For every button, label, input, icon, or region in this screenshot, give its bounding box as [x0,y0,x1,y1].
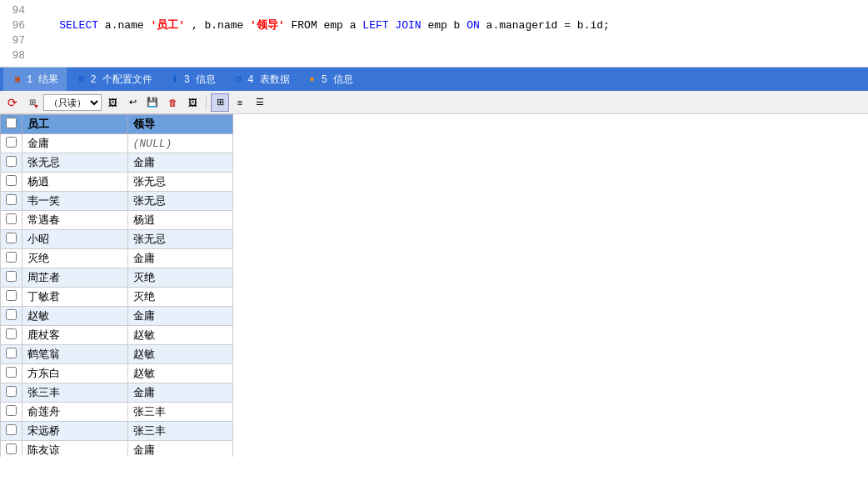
table-row[interactable]: 陈友谅金庸 [1,441,233,458]
delete-button[interactable]: 🗑 [163,93,182,112]
row-checkbox[interactable] [6,252,17,263]
employee-cell: 灭绝 [22,249,128,268]
tab-results-label: 1 结果 [27,73,58,87]
row-checkbox-cell [1,307,22,326]
row-checkbox-cell [1,153,22,173]
row-checkbox[interactable] [6,328,17,339]
detail-view-button[interactable]: ☰ [251,93,269,112]
table-row[interactable]: 小昭张无忌 [1,230,233,249]
code-line-97: 97 [0,33,868,48]
tab-info1-label: 3 信息 [184,73,216,87]
leader-cell: 赵敏 [127,345,233,364]
row-checkbox-cell [1,288,22,307]
code-line-94: 94 [0,3,868,18]
orange-icon: ● [307,73,318,85]
row-checkbox-cell [1,211,22,230]
row-checkbox-cell [1,134,22,153]
data-icon: ⊟ [232,73,244,85]
row-checkbox-cell [1,345,22,364]
mode-select[interactable]: （只读） [43,94,102,111]
table-row[interactable]: 金庸(NULL) [1,134,233,153]
row-checkbox[interactable] [6,405,17,416]
employee-cell: 金庸 [22,134,128,153]
row-checkbox[interactable] [6,271,17,282]
employee-cell: 宋远桥 [22,422,128,441]
table-row[interactable]: 赵敏金庸 [1,307,233,326]
employee-cell: 杨逍 [22,173,128,192]
row-checkbox-cell [1,422,22,441]
table-row[interactable]: 鹿杖客赵敏 [1,326,233,345]
grid-icon: ▦ [12,73,23,85]
table-row[interactable]: 韦一笑张无忌 [1,192,233,211]
row-checkbox-cell [1,249,22,268]
row-checkbox-cell [1,383,22,403]
leader-cell: 张无忌 [127,192,233,211]
tab-info2-label: 5 信息 [322,73,353,87]
employee-cell: 张无忌 [22,153,128,173]
table-row[interactable]: 灭绝金庸 [1,249,233,268]
tabs-bar: ▦ 1 结果 ⊞ 2 个配置文件 ℹ 3 信息 ⊟ 4 表数据 ● 5 信息 [0,68,868,91]
row-checkbox[interactable] [6,424,17,435]
row-checkbox[interactable] [6,194,17,205]
table-row[interactable]: 鹤笔翁赵敏 [1,345,233,364]
tab-tabledata-label: 4 表数据 [247,73,289,87]
btn1[interactable]: 🖼 [103,93,122,112]
row-checkbox-cell [1,173,22,192]
header-checkbox-col [1,115,22,134]
refresh-button[interactable]: ⟳ [3,93,22,112]
row-checkbox[interactable] [6,367,17,378]
leader-cell: 金庸 [127,307,233,326]
leader-cell: 灭绝 [127,268,233,288]
table-row[interactable]: 周芷者灭绝 [1,268,233,288]
row-checkbox[interactable] [6,443,17,454]
row-checkbox[interactable] [6,309,17,320]
leader-cell: 金庸 [127,441,233,458]
info-icon: ℹ [169,73,181,85]
line-number: 97 [0,33,33,48]
tab-tabledata[interactable]: ⊟ 4 表数据 [224,68,297,91]
select-all-checkbox[interactable] [6,118,17,128]
row-checkbox[interactable] [6,233,17,243]
leader-cell: 金庸 [127,383,233,403]
table-row[interactable]: 俞莲舟张三丰 [1,403,233,422]
row-checkbox[interactable] [6,213,17,224]
results-table: 员工 领导 金庸(NULL)张无忌金庸杨逍张无忌韦一笑张无忌常遇春杨逍小昭张无忌… [0,114,233,457]
table-row[interactable]: 张无忌金庸 [1,153,233,173]
row-checkbox[interactable] [6,175,17,186]
leader-cell: 金庸 [127,249,233,268]
table-row[interactable]: 宋远桥张三丰 [1,422,233,441]
table-container[interactable]: 员工 领导 金庸(NULL)张无忌金庸杨逍张无忌韦一笑张无忌常遇春杨逍小昭张无忌… [0,114,868,457]
select-all-button[interactable]: ⊞ ▼ [23,93,42,112]
employee-cell: 赵敏 [22,307,128,326]
tab-info2[interactable]: ● 5 信息 [298,68,362,91]
tab-profiles[interactable]: ⊞ 2 个配置文件 [67,68,160,91]
table-row[interactable]: 张三丰金庸 [1,383,233,403]
row-checkbox[interactable] [6,137,17,148]
employee-cell: 丁敏君 [22,288,128,307]
table-row[interactable]: 丁敏君灭绝 [1,288,233,307]
btn5[interactable]: 🖼 [183,93,202,112]
list-view-button[interactable]: ≡ [231,93,249,112]
row-checkbox-cell [1,268,22,288]
leader-cell: 赵敏 [127,364,233,383]
employee-cell: 方东白 [22,364,128,383]
grid-view-button[interactable]: ⊞ [211,93,229,112]
header-employee: 员工 [22,115,128,134]
table-row[interactable]: 常遇春杨逍 [1,211,233,230]
table-row[interactable]: 杨逍张无忌 [1,173,233,192]
tab-results[interactable]: ▦ 1 结果 [3,68,67,91]
row-checkbox[interactable] [6,156,17,167]
toolbar: ⟳ ⊞ ▼ （只读） 🖼 ↩ 💾 🗑 🖼 ⊞ ≡ ☰ [0,91,868,114]
row-checkbox[interactable] [6,348,17,358]
row-checkbox[interactable] [6,386,17,397]
employee-cell: 周芷者 [22,268,128,288]
table-row[interactable]: 方东白赵敏 [1,364,233,383]
leader-cell: 金庸 [127,153,233,173]
row-checkbox-cell [1,326,22,345]
row-checkbox[interactable] [6,290,17,301]
tab-info1[interactable]: ℹ 3 信息 [161,68,224,91]
save-button[interactable]: 💾 [143,93,162,112]
line-number: 98 [0,48,33,63]
row-checkbox-cell [1,230,22,249]
btn2[interactable]: ↩ [123,93,142,112]
